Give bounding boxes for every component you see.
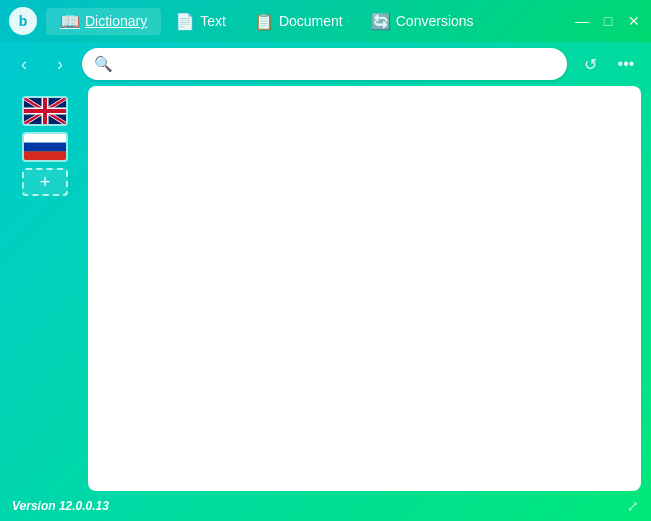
svg-rect-12 bbox=[24, 143, 66, 152]
search-icon: 🔍 bbox=[94, 55, 113, 73]
more-button[interactable]: ••• bbox=[611, 49, 641, 79]
add-language-button[interactable]: + bbox=[22, 168, 68, 196]
search-input[interactable] bbox=[119, 56, 555, 72]
content-panel bbox=[88, 86, 641, 491]
status-bar: Version 12.0.0.13 ⤢ bbox=[0, 491, 651, 521]
tab-text[interactable]: 📄 Text bbox=[161, 8, 240, 35]
conversions-icon: 🔄 bbox=[371, 12, 391, 31]
version-text: Version 12.0.0.13 bbox=[12, 499, 109, 513]
title-bar: b 📖 Dictionary 📄 Text 📋 Document 🔄 Conve… bbox=[0, 0, 651, 42]
tab-dictionary-label: Dictionary bbox=[85, 13, 147, 29]
close-button[interactable]: ✕ bbox=[625, 12, 643, 30]
window-controls: — □ ✕ bbox=[573, 12, 643, 30]
dictionary-icon: 📖 bbox=[60, 12, 80, 31]
tab-document[interactable]: 📋 Document bbox=[240, 8, 357, 35]
search-bar: 🔍 bbox=[82, 48, 567, 80]
back-button[interactable]: ‹ bbox=[10, 50, 38, 78]
nav-tabs: 📖 Dictionary 📄 Text 📋 Document 🔄 Convers… bbox=[46, 8, 573, 35]
tab-dictionary[interactable]: 📖 Dictionary bbox=[46, 8, 161, 35]
document-icon: 📋 bbox=[254, 12, 274, 31]
svg-rect-13 bbox=[24, 151, 66, 160]
svg-rect-11 bbox=[24, 134, 66, 143]
svg-text:b: b bbox=[19, 13, 28, 29]
toolbar: ‹ › 🔍 ↺ ••• bbox=[0, 42, 651, 86]
tab-conversions-label: Conversions bbox=[396, 13, 474, 29]
resize-icon: ⤢ bbox=[627, 498, 639, 514]
minimize-button[interactable]: — bbox=[573, 12, 591, 30]
tab-conversions[interactable]: 🔄 Conversions bbox=[357, 8, 488, 35]
ru-flag-image bbox=[24, 134, 66, 160]
tab-text-label: Text bbox=[200, 13, 226, 29]
sidebar: + bbox=[10, 86, 80, 491]
history-button[interactable]: ↺ bbox=[575, 49, 605, 79]
maximize-button[interactable]: □ bbox=[599, 12, 617, 30]
text-icon: 📄 bbox=[175, 12, 195, 31]
uk-flag-image bbox=[24, 98, 66, 124]
forward-button[interactable]: › bbox=[46, 50, 74, 78]
language-flag-ru[interactable] bbox=[22, 132, 68, 162]
main-area: + bbox=[0, 86, 651, 491]
app-logo: b bbox=[8, 6, 38, 36]
toolbar-right: ↺ ••• bbox=[575, 49, 641, 79]
language-flag-uk[interactable] bbox=[22, 96, 68, 126]
tab-document-label: Document bbox=[279, 13, 343, 29]
